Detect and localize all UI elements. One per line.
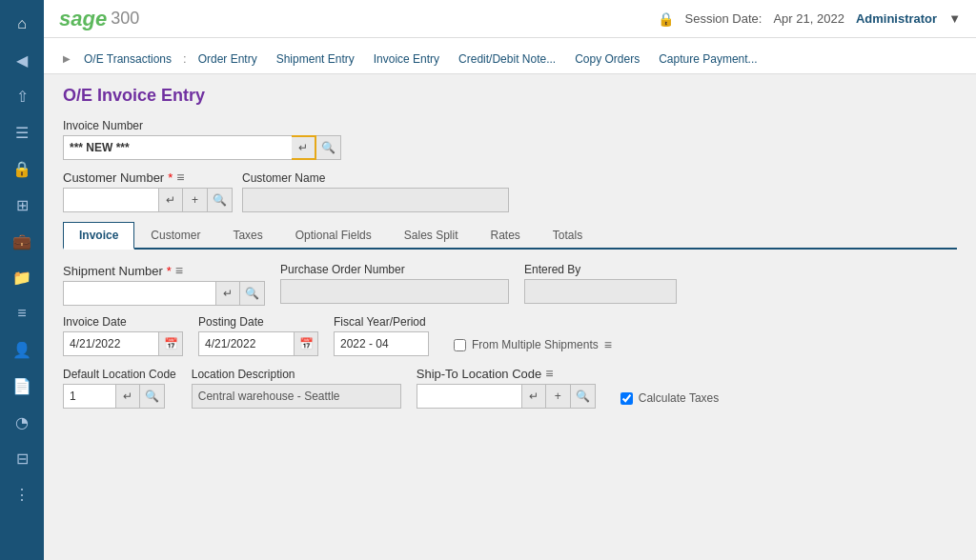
from-multiple-label: From Multiple Shipments [472,338,599,351]
nav-oe-transactions[interactable]: O/E Transactions [74,49,181,70]
tab-totals[interactable]: Totals [537,222,599,248]
sidebar-home-icon[interactable]: ⌂ [5,8,39,40]
tab-customer[interactable]: Customer [134,222,216,248]
sidebar-expand-icon[interactable]: ◀ [5,44,39,76]
required-indicator: * [168,170,173,185]
location-code-input-group: 1 ↵ 🔍 [63,384,176,409]
fiscal-year-label: Fiscal Year/Period [334,315,429,329]
shipment-number-input-group: ↵ 🔍 [63,281,265,306]
tab-sales-split[interactable]: Sales Split [388,222,475,248]
dates-row: Invoice Date 4/21/2022 📅 Posting Date 4/… [63,315,957,356]
top-fields-row: Shipment Number * ≡ ↵ 🔍 Purchase Order N… [63,263,957,306]
sidebar-grid-icon[interactable]: ⊞ [5,189,39,221]
fiscal-year-input[interactable]: 2022 - 04 [334,331,429,356]
location-desc-label: Location Description [192,368,401,381]
page-area: O/E Invoice Entry Invoice Number *** NEW… [44,74,976,560]
tab-taxes[interactable]: Taxes [216,222,278,248]
customer-number-input-group: ↵ + 🔍 [63,188,233,212]
customer-name-input [242,188,509,212]
header-right: 🔒 Session Date: Apr 21, 2022 Administrat… [658,11,962,27]
admin-button[interactable]: Administrator [856,11,937,26]
calculate-taxes-checkbox[interactable] [620,392,633,405]
location-code-search-button[interactable]: 🔍 [140,384,165,409]
ship-to-location-input[interactable] [417,384,521,409]
invoice-number-input[interactable]: *** NEW *** [63,135,292,160]
sidebar-user-icon[interactable]: 👤 [5,333,39,366]
invoice-search-button[interactable]: 🔍 [316,135,341,160]
logo-area: sage 300 [59,7,139,31]
sidebar-nav-icon[interactable]: ⇧ [5,80,39,112]
invoice-date-label: Invoice Date [63,315,183,329]
sidebar-more-icon[interactable]: ⋮ [5,478,39,510]
nav-separator: : [183,51,187,66]
from-multiple-list-icon[interactable]: ≡ [604,337,612,352]
sidebar-doc-icon[interactable]: 📄 [5,370,39,402]
posting-date-group: Posting Date 4/21/2022 📅 [198,315,318,356]
ship-to-list-icon[interactable]: ≡ [545,366,553,381]
posting-date-label: Posting Date [198,315,318,329]
calculate-taxes-label: Calculate Taxes [639,391,720,405]
sidebar-lock-icon[interactable]: 🔒 [5,152,39,185]
location-code-input[interactable]: 1 [63,384,115,409]
nav-order-entry[interactable]: Order Entry [189,49,267,70]
customer-name-group: Customer Name [242,171,509,212]
ship-to-search-button[interactable]: 🔍 [571,384,596,409]
nav-invoice-entry[interactable]: Invoice Entry [364,49,449,70]
tab-optional-fields[interactable]: Optional Fields [279,222,388,248]
ship-to-input-group: ↵ + 🔍 [417,384,596,409]
sidebar-chart-icon[interactable]: ◔ [5,406,39,438]
invoice-date-calendar-button[interactable]: 📅 [158,331,183,356]
nav-arrow-left[interactable]: ▶ [59,51,74,67]
shipment-number-label: Shipment Number * ≡ [63,263,265,278]
sidebar-briefcase-icon[interactable]: 💼 [5,225,39,257]
shipment-number-input[interactable] [63,281,215,306]
ship-to-enter-button[interactable]: ↵ [521,384,546,409]
sidebar-table-icon[interactable]: ⊟ [5,442,39,474]
sage-product: 300 [111,9,139,29]
admin-dropdown-icon[interactable]: ▼ [948,11,961,26]
sidebar: ⌂ ◀ ⇧ ☰ 🔒 ⊞ 💼 📁 ≡ 👤 📄 ◔ ⊟ ⋮ [0,0,44,560]
sage-logo: sage [59,7,107,31]
fiscal-year-group: Fiscal Year/Period 2022 - 04 [334,315,429,356]
location-row: Default Location Code 1 ↵ 🔍 Location Des… [63,366,957,409]
shipment-enter-button[interactable]: ↵ [215,281,240,306]
tab-bar: Invoice Customer Taxes Optional Fields S… [63,222,957,250]
sidebar-folder-icon[interactable]: 📁 [5,261,39,293]
nav-copy-orders[interactable]: Copy Orders [565,49,649,70]
session-lock-icon: 🔒 [658,11,674,27]
tab-invoice[interactable]: Invoice [63,222,134,250]
entered-by-group: Entered By [524,263,677,306]
invoice-enter-button[interactable]: ↵ [292,135,316,160]
sidebar-list-icon[interactable]: ☰ [5,116,39,149]
ship-to-add-button[interactable]: + [546,384,571,409]
from-multiple-checkbox[interactable] [454,339,466,351]
nav-capture-payment[interactable]: Capture Payment... [649,49,766,70]
po-number-label: Purchase Order Number [280,263,509,276]
calc-taxes-group: Calculate Taxes [620,391,720,409]
posting-date-input[interactable]: 4/21/2022 [198,331,294,356]
session-label: Session Date: [685,11,762,26]
location-code-label: Default Location Code [63,368,176,381]
invoice-date-input[interactable]: 4/21/2022 [63,331,158,356]
customer-list-icon[interactable]: ≡ [176,170,184,185]
shipment-list-icon[interactable]: ≡ [175,263,183,278]
customer-number-input[interactable] [63,188,158,212]
customer-number-label: Customer Number * ≡ [63,170,233,185]
tab-rates[interactable]: Rates [474,222,536,248]
invoice-tab-content: Shipment Number * ≡ ↵ 🔍 Purchase Order N… [63,263,957,409]
nav-shipment-entry[interactable]: Shipment Entry [267,49,364,70]
shipment-search-button[interactable]: 🔍 [240,281,265,306]
entered-by-label: Entered By [524,263,677,276]
location-code-enter-button[interactable]: ↵ [115,384,140,409]
sidebar-lines-icon[interactable]: ≡ [5,297,39,330]
customer-search-button[interactable]: 🔍 [208,188,233,212]
customer-enter-button[interactable]: ↵ [158,188,183,212]
customer-row: Customer Number * ≡ ↵ + 🔍 Customer Name [63,170,957,212]
session-date: Apr 21, 2022 [773,11,844,26]
nav-credit-debit[interactable]: Credit/Debit Note... [449,49,565,70]
location-desc-input: Central warehouse - Seattle [192,384,401,409]
invoice-date-input-group: 4/21/2022 📅 [63,331,183,356]
customer-add-button[interactable]: + [183,188,208,212]
invoice-date-group: Invoice Date 4/21/2022 📅 [63,315,183,356]
posting-date-calendar-button[interactable]: 📅 [294,331,318,356]
